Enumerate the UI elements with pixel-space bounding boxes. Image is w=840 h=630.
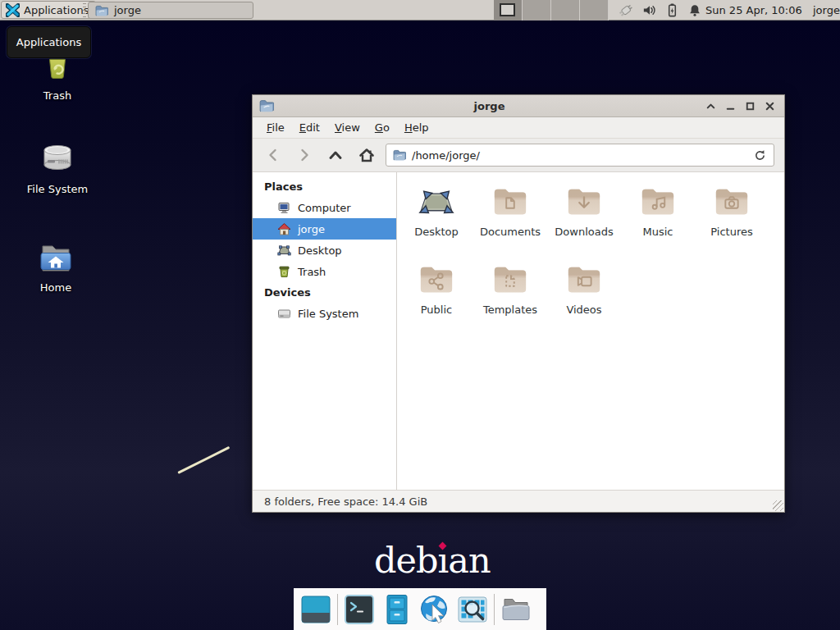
file-view[interactable]: Desktop Documents Downloads Music xyxy=(397,172,784,490)
file-item-videos[interactable]: Videos xyxy=(547,258,621,336)
close-button[interactable] xyxy=(764,100,776,112)
applications-menu-button[interactable]: Applications xyxy=(1,1,96,19)
web-browser-launcher[interactable] xyxy=(416,591,454,628)
file-item-label: Downloads xyxy=(555,226,613,238)
sidebar-item-jorge[interactable]: jorge xyxy=(253,218,396,240)
file-item-public[interactable]: Public xyxy=(399,258,473,336)
sidebar-item-label: File System xyxy=(298,308,358,320)
location-path[interactable]: /home/jorge/ xyxy=(412,149,747,162)
unplug-icon[interactable] xyxy=(617,2,634,19)
terminal-launcher[interactable] xyxy=(340,591,378,628)
sidebar-header-devices: Devices xyxy=(253,282,396,303)
file-manager-launcher[interactable] xyxy=(378,591,416,628)
forward-button[interactable] xyxy=(292,144,317,167)
music-folder-icon xyxy=(637,184,678,221)
desktop-icon-label: Home xyxy=(40,281,71,294)
file-item-label: Templates xyxy=(483,304,537,316)
battery-icon[interactable] xyxy=(664,2,680,18)
back-icon xyxy=(265,147,281,163)
minimize-button[interactable] xyxy=(724,100,737,112)
forward-icon xyxy=(296,147,313,163)
menu-go[interactable]: Go xyxy=(368,118,397,137)
show-desktop-button[interactable] xyxy=(297,591,335,628)
desktop-icon-file-system[interactable]: File System xyxy=(16,139,98,195)
logo-text: deb xyxy=(374,540,438,581)
file-item-templates[interactable]: Templates xyxy=(473,258,547,336)
sidebar-item-file-system[interactable]: File System xyxy=(253,303,396,324)
documents-folder-icon xyxy=(490,184,531,221)
desktop-line-artifact xyxy=(177,446,230,474)
debian-logo: debıan xyxy=(374,540,491,581)
file-item-desktop[interactable]: Desktop xyxy=(399,180,473,258)
maximize-button[interactable] xyxy=(744,100,756,112)
workspace-2[interactable] xyxy=(523,0,551,21)
desktop-icon-label: File System xyxy=(27,183,88,195)
show-desktop-icon xyxy=(299,593,332,626)
back-button[interactable] xyxy=(261,144,285,167)
sidebar-item-trash[interactable]: Trash xyxy=(253,261,396,282)
menu-edit[interactable]: Edit xyxy=(292,118,327,137)
sidebar-header-places: Places xyxy=(253,176,396,197)
location-bar[interactable]: /home/jorge/ xyxy=(386,144,774,167)
sidebar: Places Computer jorge Desktop Trash xyxy=(253,172,397,490)
folder-icon xyxy=(500,593,532,626)
taskbar-window-button[interactable]: jorge xyxy=(88,2,253,19)
workspace-3[interactable] xyxy=(551,0,580,21)
home-icon xyxy=(277,222,291,236)
panel-clock[interactable]: Sun 25 Apr, 10:06 xyxy=(705,0,802,21)
folder-icon xyxy=(95,4,108,17)
resize-grip[interactable] xyxy=(773,500,783,511)
file-item-pictures[interactable]: Pictures xyxy=(695,180,769,258)
desktop-icon-label: Trash xyxy=(43,89,71,102)
file-item-label: Public xyxy=(421,304,452,316)
application-finder-icon xyxy=(456,593,489,626)
application-finder-launcher[interactable] xyxy=(454,591,491,628)
notifications-bell-icon[interactable] xyxy=(687,3,702,18)
status-bar: 8 folders, Free space: 14.4 GiB xyxy=(253,490,784,512)
file-item-label: Videos xyxy=(566,304,601,316)
top-panel: Applications jorge Sun 25 Apr, 10:06 jor… xyxy=(0,0,840,21)
desktop-folder-icon xyxy=(416,184,457,221)
applications-menu-label: Applications xyxy=(24,4,89,16)
reload-icon[interactable] xyxy=(753,148,767,162)
up-button[interactable] xyxy=(323,144,348,167)
home-icon xyxy=(358,147,375,163)
downloads-folder-icon xyxy=(564,184,605,221)
sidebar-item-desktop[interactable]: Desktop xyxy=(253,240,396,261)
public-folder-icon xyxy=(416,262,457,299)
tasklist-handle xyxy=(83,3,86,17)
desktop-icon-home[interactable]: Home xyxy=(15,238,97,294)
logo-i-red-dot: ı xyxy=(438,540,449,581)
panel-username[interactable]: jorge xyxy=(813,0,840,21)
file-item-music[interactable]: Music xyxy=(621,180,695,258)
folder-launcher[interactable] xyxy=(497,591,535,628)
window-title: jorge xyxy=(274,100,705,112)
sidebar-item-computer[interactable]: Computer xyxy=(253,197,396,218)
dock-panel xyxy=(294,588,546,630)
file-item-label: Desktop xyxy=(414,226,459,238)
desktop-icon xyxy=(277,244,291,258)
shade-button[interactable] xyxy=(705,100,717,112)
status-text: 8 folders, Free space: 14.4 GiB xyxy=(264,495,427,508)
applications-tooltip: Applications xyxy=(7,26,91,58)
menu-help[interactable]: Help xyxy=(397,118,436,137)
file-manager-window: jorge File Edit View Go Help /home/jorge… xyxy=(252,94,785,513)
volume-icon[interactable] xyxy=(641,2,657,18)
file-cabinet-icon xyxy=(381,593,413,626)
file-item-label: Documents xyxy=(480,226,541,238)
sidebar-item-label: Computer xyxy=(298,202,351,214)
xfce-logo-icon xyxy=(6,3,20,17)
pictures-folder-icon xyxy=(711,184,752,221)
file-item-downloads[interactable]: Downloads xyxy=(547,180,621,258)
workspace-4[interactable] xyxy=(580,0,609,21)
home-button[interactable] xyxy=(354,144,379,167)
workspace-1[interactable] xyxy=(494,0,523,21)
folder-icon xyxy=(259,98,274,113)
window-controls xyxy=(705,100,776,112)
sidebar-item-label: jorge xyxy=(298,223,325,235)
drive-icon xyxy=(277,307,291,321)
menu-view[interactable]: View xyxy=(327,118,368,137)
file-item-documents[interactable]: Documents xyxy=(473,180,547,258)
menu-file[interactable]: File xyxy=(259,118,292,137)
window-titlebar[interactable]: jorge xyxy=(253,95,784,117)
